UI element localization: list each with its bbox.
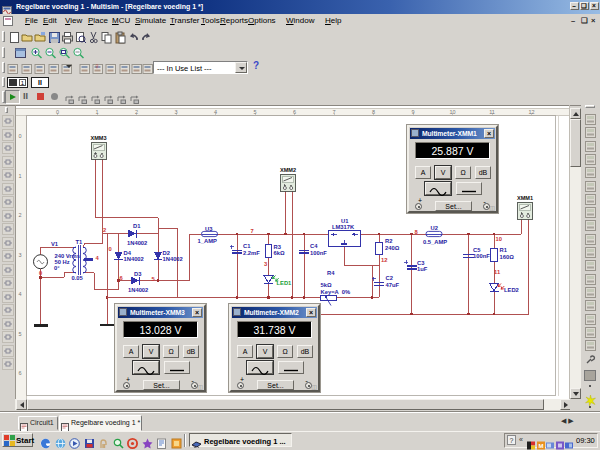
svg-text:C3: C3 <box>417 260 425 266</box>
svg-text:R4: R4 <box>327 270 335 276</box>
svg-text:10: 10 <box>496 236 502 242</box>
svg-text:6: 6 <box>18 370 21 376</box>
svg-text:LED2: LED2 <box>504 287 519 293</box>
svg-text:47uF: 47uF <box>386 282 400 288</box>
svg-text:1N4002: 1N4002 <box>127 240 147 246</box>
svg-text:1_AMP: 1_AMP <box>198 238 217 244</box>
svg-text:0.05: 0.05 <box>72 275 84 281</box>
svg-text:5: 5 <box>18 331 21 337</box>
svg-text:7: 7 <box>251 228 254 234</box>
svg-text:C1: C1 <box>243 243 251 249</box>
svg-text:2: 2 <box>103 227 106 233</box>
svg-text:240Ω: 240Ω <box>385 245 400 251</box>
svg-text:4: 4 <box>18 291 21 297</box>
svg-text:100nF: 100nF <box>310 250 327 256</box>
svg-text:160Ω: 160Ω <box>500 254 515 260</box>
svg-text:50 Hz: 50 Hz <box>55 259 70 265</box>
svg-text:2.2mF: 2.2mF <box>243 250 260 256</box>
svg-text:C2: C2 <box>386 275 393 281</box>
svg-text:R3: R3 <box>274 244 282 250</box>
svg-text:R1: R1 <box>500 247 508 253</box>
svg-text:0.5_AMP: 0.5_AMP <box>423 239 447 245</box>
svg-text:1: 1 <box>18 173 21 179</box>
svg-text:XMM1: XMM1 <box>517 195 533 201</box>
svg-text:2: 2 <box>18 212 21 218</box>
svg-text:6kΩ: 6kΩ <box>274 250 285 256</box>
svg-text:R2: R2 <box>385 238 392 244</box>
svg-text:12: 12 <box>381 257 387 263</box>
svg-text:LM317K: LM317K <box>332 224 355 230</box>
svg-text:T1: T1 <box>76 239 84 245</box>
svg-text:11: 11 <box>494 269 501 275</box>
svg-text:3: 3 <box>18 252 21 258</box>
svg-text:0: 0 <box>18 133 21 139</box>
svg-text:100nF: 100nF <box>473 253 490 259</box>
svg-text:Key=A 0%: Key=A 0% <box>321 289 351 295</box>
svg-text:U1: U1 <box>341 218 349 224</box>
svg-text:5kΩ: 5kΩ <box>321 282 332 288</box>
svg-text:1N4002: 1N4002 <box>163 256 183 262</box>
svg-text:V1: V1 <box>51 241 59 247</box>
svg-text:1N4002: 1N4002 <box>124 256 144 262</box>
svg-text:LED1: LED1 <box>277 280 293 286</box>
svg-text:1uF: 1uF <box>417 266 428 272</box>
svg-text:M: M <box>538 443 543 449</box>
svg-text:U3: U3 <box>205 226 213 232</box>
svg-text:0°: 0° <box>54 265 60 271</box>
svg-text:1N4002: 1N4002 <box>128 287 148 293</box>
svg-text:0: 0 <box>39 270 42 276</box>
svg-text:XMM2: XMM2 <box>280 167 296 173</box>
svg-text:D1: D1 <box>133 223 141 229</box>
svg-text:D3: D3 <box>134 271 142 277</box>
svg-text:0: 0 <box>109 246 112 252</box>
svg-text:XMM3: XMM3 <box>90 135 106 141</box>
svg-text:240 Vrms: 240 Vrms <box>55 253 80 259</box>
svg-text:U2: U2 <box>431 225 438 231</box>
svg-text:C4: C4 <box>310 243 318 249</box>
svg-text:C5: C5 <box>473 247 481 253</box>
